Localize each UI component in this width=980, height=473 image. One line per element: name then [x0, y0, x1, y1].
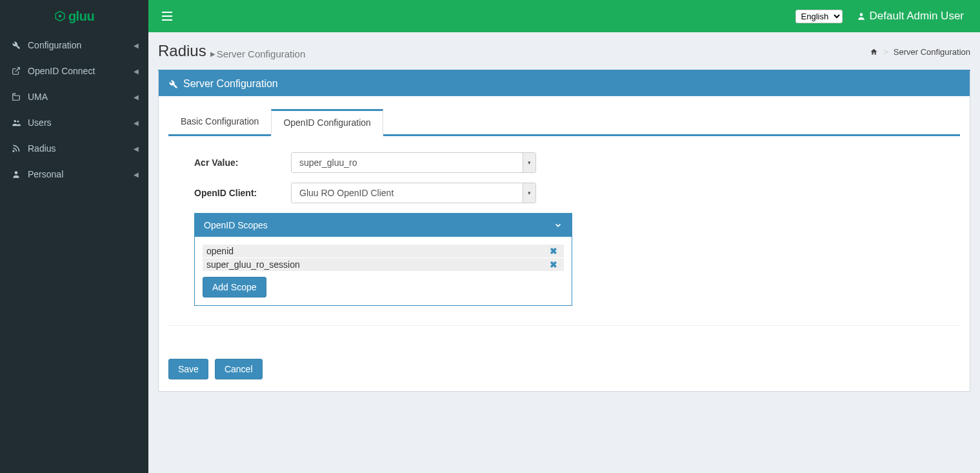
chevron-left-icon: ◀	[134, 68, 139, 75]
home-icon[interactable]	[870, 48, 878, 56]
users-icon	[10, 118, 23, 127]
sidebar-item-label: OpenID Connect	[28, 66, 134, 76]
svg-point-3	[14, 120, 17, 123]
svg-line-2	[15, 68, 19, 72]
svg-point-4	[17, 121, 19, 123]
triangle-right-icon: ▶	[210, 50, 215, 57]
svg-rect-9	[162, 19, 172, 21]
language-select[interactable]: English	[795, 10, 843, 23]
openid-client-select[interactable]: Gluu RO OpenID Client ▾	[291, 183, 536, 203]
acr-value-label: Acr Value:	[168, 157, 291, 168]
sidebar-item-label: Users	[28, 117, 134, 128]
sidebar-item-label: Configuration	[28, 40, 134, 50]
user-menu[interactable]: Default Admin User	[850, 0, 970, 32]
chevron-down-icon[interactable]	[554, 221, 563, 230]
save-button[interactable]: Save	[168, 359, 208, 379]
chevron-left-icon: ◀	[134, 145, 139, 152]
external-link-icon	[10, 66, 23, 75]
cancel-button[interactable]: Cancel	[215, 359, 263, 379]
chevron-down-icon: ▾	[523, 183, 535, 203]
openid-client-selected: Gluu RO OpenID Client	[292, 183, 523, 203]
gluu-logo-icon	[54, 10, 66, 22]
chevron-left-icon: ◀	[134, 94, 139, 101]
acr-value-select[interactable]: super_gluu_ro ▾	[291, 152, 536, 173]
sidebar-item-users[interactable]: Users ◀	[0, 110, 148, 136]
user-icon	[10, 170, 23, 179]
brand-logo[interactable]: gluu	[0, 0, 148, 32]
scope-name: super_gluu_ro_session	[206, 259, 547, 270]
page-subtitle: ▶Server Configuration	[210, 48, 306, 59]
svg-point-1	[59, 15, 62, 18]
svg-rect-7	[162, 12, 172, 13]
sidebar-item-personal[interactable]: Personal ◀	[0, 161, 148, 187]
user-name: Default Admin User	[870, 10, 964, 23]
config-tabs: Basic Configuration OpenID Configuration	[168, 109, 960, 136]
tab-openid-configuration[interactable]: OpenID Configuration	[271, 109, 383, 136]
scope-row: openid ✖	[203, 245, 564, 257]
topbar: English Default Admin User	[148, 0, 980, 32]
sidebar-item-configuration[interactable]: Configuration ◀	[0, 32, 148, 58]
sidebar-item-label: Radius	[28, 143, 134, 154]
svg-rect-8	[162, 15, 172, 17]
chevron-down-icon: ▾	[523, 153, 535, 172]
chevron-left-icon: ◀	[134, 119, 139, 126]
brand-text: gluu	[68, 9, 94, 24]
scope-row: super_gluu_ro_session ✖	[203, 258, 564, 271]
hamburger-icon[interactable]	[158, 8, 176, 25]
sidebar-item-radius[interactable]: Radius ◀	[0, 136, 148, 161]
svg-point-6	[15, 171, 18, 174]
svg-point-5	[13, 150, 14, 152]
tab-basic-configuration[interactable]: Basic Configuration	[168, 109, 271, 136]
panel-header: Server Configuration	[159, 72, 970, 96]
sidebar: gluu Configuration ◀ OpenID Connect ◀ UM…	[0, 0, 148, 473]
sidebar-nav: Configuration ◀ OpenID Connect ◀ UMA ◀ U…	[0, 32, 148, 187]
rss-icon	[10, 144, 23, 153]
sidebar-item-openid-connect[interactable]: OpenID Connect ◀	[0, 58, 148, 84]
sidebar-item-label: Personal	[28, 169, 134, 179]
sidebar-item-uma[interactable]: UMA ◀	[0, 84, 148, 110]
user-icon	[857, 12, 866, 21]
breadcrumb: > Server Configuration	[870, 47, 970, 57]
sidebar-item-label: UMA	[28, 92, 134, 102]
wrench-icon	[168, 79, 178, 89]
svg-point-10	[859, 13, 863, 16]
openid-scopes-panel: OpenID Scopes openid ✖ super_gluu_ro_ses…	[194, 213, 572, 306]
wrench-icon	[10, 41, 23, 50]
remove-scope-icon[interactable]: ✖	[547, 259, 560, 270]
server-config-panel: Server Configuration Basic Configuration…	[158, 70, 970, 392]
divider	[168, 325, 960, 326]
folder-open-icon	[10, 92, 23, 101]
openid-scopes-header: OpenID Scopes	[195, 214, 572, 237]
openid-client-label: OpenID Client:	[168, 188, 291, 198]
panel-title: Server Configuration	[183, 78, 278, 90]
chevron-left-icon: ◀	[134, 42, 139, 49]
acr-value-selected: super_gluu_ro	[292, 153, 523, 172]
add-scope-button[interactable]: Add Scope	[203, 277, 266, 297]
chevron-left-icon: ◀	[134, 171, 139, 178]
scope-name: openid	[206, 246, 547, 256]
page-title: Radius	[158, 42, 206, 60]
breadcrumb-current: Server Configuration	[894, 47, 970, 57]
openid-scopes-title: OpenID Scopes	[204, 220, 268, 230]
breadcrumb-separator: >	[883, 47, 888, 57]
remove-scope-icon[interactable]: ✖	[547, 246, 560, 256]
